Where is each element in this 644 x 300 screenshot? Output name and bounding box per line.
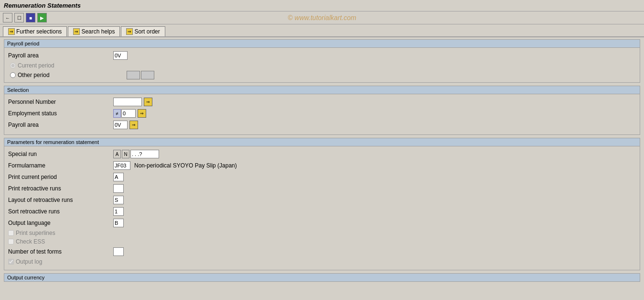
sort-retroactive-runs-row: Sort retroactive runs [8,207,636,216]
personnel-number-row: Personnel Number ⇒ [8,97,636,107]
selection-payroll-area-input[interactable] [113,121,128,129]
output-currency-label: Output currency [7,275,44,280]
output-log-row: Output log [8,258,636,265]
print-retroactive-runs-input[interactable] [113,184,124,193]
layout-retroactive-runs-input[interactable] [113,196,124,204]
selection-payroll-area-row: Payroll area ⇒ [8,120,636,130]
output-language-label: Output language [8,220,113,226]
employment-status-arrow[interactable]: ⇒ [138,109,146,118]
payroll-area-row: Payroll area [8,51,636,60]
special-run-label: Special run [8,151,113,157]
other-period-row: Other period [10,71,636,79]
layout-retroactive-runs-label: Layout of retroactive runs [8,197,113,203]
parameters-section: Parameters for remuneration statement Sp… [4,138,640,270]
selection-payroll-area-arrow[interactable]: ⇒ [129,121,138,129]
employment-status-input[interactable] [121,109,136,118]
check-ess-label: Check ESS [16,238,121,245]
payroll-area-label: Payroll area [8,52,113,59]
personnel-number-label: Personnel Number [8,99,113,105]
payroll-period-header: Payroll period [4,40,640,48]
output-currency-section: Output currency [4,273,640,282]
payroll-period-section: Payroll period Payroll area Current peri… [4,39,640,83]
sort-retroactive-runs-input[interactable] [113,207,124,216]
output-log-checkbox [8,259,14,265]
personnel-number-arrow[interactable]: ⇒ [144,98,152,106]
print-retroactive-runs-row: Print retroactive runs [8,184,636,193]
selection-body: Personnel Number ⇒ Employment status ≠ ⇒… [4,94,640,134]
print-superlines-checkbox [8,230,14,236]
other-period-label: Other period [18,72,123,78]
check-ess-row: Check ESS [8,238,636,245]
special-run-toggle-a[interactable]: A [113,150,121,158]
layout-retroactive-runs-row: Layout of retroactive runs [8,195,636,205]
tab-arrow-sort: ⇒ [126,28,133,35]
output-language-row: Output language [8,218,636,228]
sort-retroactive-runs-label: Sort retroactive runs [8,208,113,215]
current-period-row: Current period [10,62,636,69]
check-ess-checkbox [8,239,14,244]
period-input-2[interactable] [141,71,154,79]
selection-section: Selection Personnel Number ⇒ Employment … [4,86,640,135]
toolbar: ← ☐ ■ ▶ © www.tutorialkart.com [0,11,644,24]
tab-bar: ⇒ Further selections ⇒ Search helps ⇒ So… [0,24,644,37]
selection-header: Selection [4,86,640,94]
parameters-header: Parameters for remuneration statement [4,138,640,146]
number-test-forms-label: Number of test forms [8,248,113,255]
employment-status-label: Employment status [8,110,113,117]
print-superlines-label: Print superlines [16,230,121,236]
tab-arrow-further: ⇒ [8,28,15,35]
tab-search-label: Search helps [81,28,115,35]
special-run-inputs: A N [113,150,159,158]
output-log-label: Output log [16,258,121,265]
period-radio-group: Current period Other period [10,62,636,79]
tab-further-label: Further selections [16,28,62,35]
current-period-label: Current period [18,62,123,69]
back-icon[interactable]: ← [3,13,12,22]
special-run-row: Special run A N [8,149,636,159]
formularname-row: Formularname Non-periodical SYOYO Pay Sl… [8,161,636,170]
selection-payroll-area-label: Payroll area [8,122,113,128]
period-inputs [127,71,154,79]
title-bar: Remuneration Statements [0,0,644,11]
number-test-forms-row: Number of test forms [8,247,636,256]
formularname-description: Non-periodical SYOYO Pay Slip (Japan) [134,162,237,169]
special-run-input[interactable] [130,150,159,158]
period-input-1[interactable] [127,71,140,79]
payroll-period-body: Payroll area Current period Other period [4,48,640,82]
personnel-number-input[interactable] [113,98,142,106]
current-period-radio[interactable] [10,63,16,68]
print-retroactive-runs-label: Print retroactive runs [8,185,113,192]
print-superlines-row: Print superlines [8,230,636,236]
formularname-label: Formularname [8,162,113,169]
other-period-radio[interactable] [10,72,16,78]
tab-sort-order[interactable]: ⇒ Sort order [121,26,165,36]
execute-icon[interactable]: ▶ [37,13,47,22]
special-run-toggle-n[interactable]: N [122,150,129,158]
output-language-input[interactable] [113,219,124,227]
tab-sort-label: Sort order [134,28,160,35]
employment-status-toggle[interactable]: ≠ [113,109,121,118]
print-current-period-row: Print current period [8,172,636,182]
tab-further-selections[interactable]: ⇒ Further selections [3,26,67,36]
print-current-period-input[interactable] [113,173,124,181]
tab-search-helps[interactable]: ⇒ Search helps [68,26,120,36]
employment-status-row: Employment status ≠ ⇒ [8,109,636,118]
app-title: Remuneration Statements [4,2,81,9]
watermark: © www.tutorialkart.com [288,14,356,22]
save-icon[interactable]: ■ [26,13,35,22]
number-test-forms-input[interactable] [113,247,124,256]
print-current-period-label: Print current period [8,174,113,180]
formularname-input[interactable] [113,161,130,170]
parameters-body: Special run A N Formularname Non-periodi… [4,146,640,270]
exit-icon[interactable]: ☐ [14,13,24,22]
payroll-area-input[interactable] [113,51,128,60]
tab-arrow-search: ⇒ [73,28,80,35]
main-content: Payroll period Payroll area Current peri… [0,37,644,294]
